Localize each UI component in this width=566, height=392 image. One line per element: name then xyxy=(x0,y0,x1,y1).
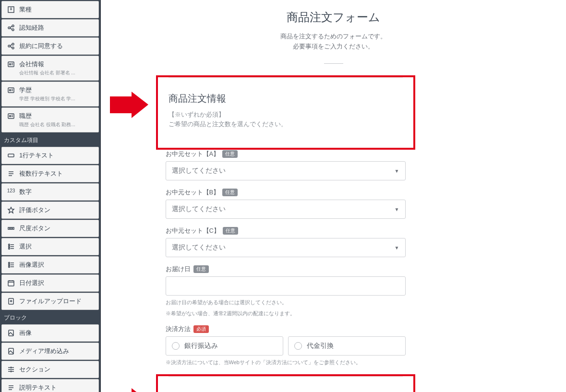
sidebar-item-label: メディア埋め込み xyxy=(19,347,69,356)
radio-cod[interactable]: 代金引換 xyxy=(288,336,406,356)
divider xyxy=(324,63,343,64)
text-line-icon xyxy=(6,152,16,159)
sidebar-item-textmulti[interactable]: 複数行テキスト xyxy=(1,165,99,182)
select-set-b[interactable]: 選択してください ▼ xyxy=(166,200,406,219)
text-multi-icon xyxy=(6,170,16,178)
share-icon xyxy=(6,24,16,32)
sidebar-item-company[interactable]: 会社情報会社情報 会社名 部署名 ... xyxy=(1,56,99,81)
field-label-set-c: お中元セット【C】 xyxy=(166,226,220,235)
form-preview: 商品注文フォーム 商品を注文するためのフォームです。 必要事項をご入力ください。… xyxy=(101,0,566,392)
sidebar-item-upload[interactable]: ファイルアップロード xyxy=(1,293,99,310)
radio-icon xyxy=(294,342,302,350)
sidebar-item-label: 複数行テキスト xyxy=(19,169,63,178)
sidebar-item-label: ファイルアップロード xyxy=(19,297,82,306)
form-subtitle-2: 必要事項をご入力ください。 xyxy=(166,42,502,52)
field-label-date: お届け日 xyxy=(166,265,191,273)
sidebar-item-scale[interactable]: 尺度ボタン xyxy=(1,220,99,237)
field-set-c: お中元セット【C】 任意 選択してください ▼ xyxy=(166,226,406,257)
help-date-2: ※希望がない場合、通常2週間以内の配達になります。 xyxy=(166,309,406,318)
sidebar-item-label: 1行テキスト xyxy=(19,151,54,160)
id-icon xyxy=(6,60,16,68)
radio-icon xyxy=(172,342,180,350)
svg-line-12 xyxy=(10,47,12,48)
svg-point-9 xyxy=(12,43,14,45)
select-set-a[interactable]: 選択してください ▼ xyxy=(166,161,406,180)
sidebar-item-label: 会社情報 xyxy=(19,60,75,69)
sidebar-item-rating[interactable]: 評価ボタン xyxy=(1,202,99,219)
sidebar-item-label: 画像選択 xyxy=(19,261,44,269)
sidebar-item-date[interactable]: 日付選択 xyxy=(1,274,99,292)
form-subtitle-1: 商品を注文するためのフォームです。 xyxy=(166,32,502,42)
id-icon xyxy=(6,86,16,94)
upload-icon xyxy=(6,297,16,305)
id-icon xyxy=(6,112,16,120)
select-placeholder: 選択してください xyxy=(172,205,226,214)
image-icon xyxy=(6,347,16,355)
svg-rect-31 xyxy=(11,227,12,229)
svg-point-33 xyxy=(9,244,10,246)
badge-optional: 任意 xyxy=(223,227,238,235)
svg-rect-32 xyxy=(12,227,14,229)
svg-point-22 xyxy=(10,116,11,117)
sidebar-item-agree[interactable]: 規約に同意する xyxy=(1,37,99,55)
svg-rect-25 xyxy=(8,154,14,157)
sidebar-item-text1[interactable]: 1行テキスト xyxy=(1,147,99,164)
sidebar-item-number[interactable]: 123 数字 xyxy=(1,183,99,201)
svg-point-5 xyxy=(12,29,14,31)
input-date[interactable] xyxy=(166,276,406,296)
field-payment: 決済方法 必須 銀行振込み 代金引換 ※決済方法については、当Webサイトの「決… xyxy=(166,325,406,367)
sidebar-item-sub: 職歴 会社名 役職名 勤務... xyxy=(19,121,75,128)
badge-optional: 任意 xyxy=(222,189,238,196)
sidebar-item-label: 日付選択 xyxy=(19,279,44,287)
sidebar-item-label: 選択 xyxy=(19,242,32,251)
highlight-section-1: 商品注文情報 【※いずれか必須】 ご希望の商品と注文数を選んでください。 xyxy=(156,75,415,150)
sidebar-heading-block: ブロック xyxy=(0,311,100,323)
sidebar-item-label: 業種 xyxy=(19,5,32,14)
select-set-c[interactable]: 選択してください ▼ xyxy=(166,238,406,257)
sidebar-item-label: 評価ボタン xyxy=(19,206,50,214)
sidebar: 業種 認知経路 規約に同意する 会社情報会社情報 会社名 部署名 ... 学歴学… xyxy=(0,0,101,392)
badge-required: 必須 xyxy=(193,325,209,333)
arrow-icon xyxy=(110,92,148,118)
svg-rect-30 xyxy=(8,227,10,229)
highlight-section-2: お届け先情報 お届け先の情報を入力してください。 xyxy=(156,374,415,392)
sidebar-item-desctext[interactable]: 説明テキスト xyxy=(1,379,99,392)
sidebar-item-channel[interactable]: 認知経路 xyxy=(1,19,99,36)
section-order-note1: 【※いずれか必須】 xyxy=(169,110,403,120)
chevron-down-icon: ▼ xyxy=(395,168,399,174)
svg-line-11 xyxy=(10,45,12,46)
star-icon xyxy=(6,206,16,214)
sidebar-item-select[interactable]: 選択 xyxy=(1,238,99,255)
svg-marker-63 xyxy=(110,388,148,392)
svg-point-37 xyxy=(9,248,10,249)
svg-rect-45 xyxy=(8,281,14,286)
arrow-icon xyxy=(110,388,148,392)
share-icon xyxy=(6,42,16,50)
sidebar-item-label: 学歴 xyxy=(19,86,75,95)
sidebar-item-label: 数字 xyxy=(19,188,32,196)
sidebar-item-label: 職歴 xyxy=(19,112,75,120)
svg-point-41 xyxy=(9,264,10,266)
svg-point-43 xyxy=(9,266,10,268)
radio-bank-transfer[interactable]: 銀行振込み xyxy=(166,336,283,356)
sidebar-item-education[interactable]: 学歴学歴 学校種別 学校名 学... xyxy=(1,82,99,107)
svg-point-35 xyxy=(9,246,10,248)
sidebar-item-section[interactable]: セクション xyxy=(1,361,99,378)
sidebar-item-label: 規約に同意する xyxy=(19,42,63,50)
scale-icon xyxy=(6,225,16,232)
sidebar-item-media[interactable]: メディア埋め込み xyxy=(1,343,99,360)
sidebar-item-sub: 会社情報 会社名 部署名 ... xyxy=(19,70,75,76)
building-icon xyxy=(6,6,16,13)
sidebar-item-career[interactable]: 職歴職歴 会社名 役職名 勤務... xyxy=(1,107,99,132)
sidebar-item-imageselect[interactable]: 画像選択 xyxy=(1,256,99,273)
sidebar-item-image[interactable]: 画像 xyxy=(1,324,99,342)
svg-point-3 xyxy=(8,27,10,29)
svg-line-6 xyxy=(10,26,12,27)
field-delivery-date: お届け日 任意 お届け日の希望がある場合には選択してください。 ※希望がない場合… xyxy=(166,265,406,317)
svg-point-18 xyxy=(10,90,11,91)
image-icon xyxy=(6,329,16,337)
sidebar-item-industry[interactable]: 業種 xyxy=(1,1,99,18)
badge-optional: 任意 xyxy=(222,150,238,158)
help-payment: ※決済方法については、当Webサイトの「決済方法について」をご参照ください。 xyxy=(166,358,406,367)
select-placeholder: 選択してください xyxy=(172,243,226,252)
